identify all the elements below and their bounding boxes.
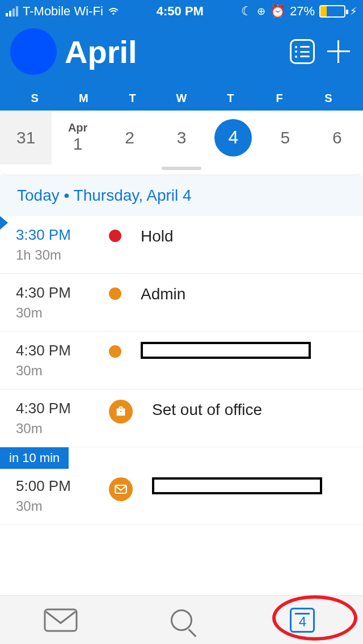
- upcoming-badge: in 10 min: [0, 447, 69, 469]
- event-time: 4:30 PM: [16, 400, 90, 417]
- weekday: W: [157, 92, 206, 105]
- event-duration: 30m: [16, 305, 90, 321]
- date-number: 4: [228, 127, 238, 148]
- calendar-icon: 4: [290, 608, 315, 633]
- event-time: 4:30 PM: [16, 284, 90, 302]
- category-dot-icon: [109, 345, 121, 358]
- nav-search[interactable]: [121, 596, 242, 644]
- search-icon: [171, 609, 192, 631]
- moon-icon: ☾: [241, 4, 252, 19]
- event-duration: 1h 30m: [16, 247, 90, 263]
- calendar-icon-day: 4: [299, 614, 306, 630]
- date-month-label: Apr: [68, 121, 87, 134]
- bottom-nav: 4: [0, 595, 363, 644]
- date-cell[interactable]: 3: [155, 111, 207, 164]
- event-duration: 30m: [16, 498, 90, 514]
- category-dot-icon: [109, 230, 121, 242]
- weekday: S: [304, 92, 353, 105]
- date-cell[interactable]: 5: [259, 111, 311, 164]
- briefcase-icon: [109, 400, 133, 423]
- status-bar: T-Mobile Wi-Fi 4:50 PM ☾ ⊕ ⏰ 27% ⚡︎: [0, 0, 363, 23]
- weekday: S: [10, 92, 59, 105]
- nav-mail[interactable]: [0, 596, 121, 644]
- list-view-icon: [290, 39, 315, 64]
- mail-icon: [44, 608, 78, 632]
- drag-handle[interactable]: [162, 167, 201, 170]
- date-cell[interactable]: 6: [311, 111, 363, 164]
- date-number: 5: [280, 128, 290, 147]
- avatar[interactable]: [10, 28, 57, 75]
- event-title: Hold: [141, 227, 174, 245]
- lock-rotation-icon: ⊕: [257, 5, 265, 18]
- status-time: 4:50 PM: [157, 4, 204, 19]
- event-title-redacted: [141, 342, 311, 359]
- date-cell[interactable]: Apr1: [52, 111, 103, 164]
- weekday: M: [59, 92, 108, 105]
- event-title: Admin: [141, 285, 185, 303]
- wifi-icon: [108, 7, 119, 15]
- mail-icon: [109, 477, 133, 501]
- event-row[interactable]: in 10 min 5:00 PM 30m: [0, 467, 363, 525]
- date-number: 6: [332, 128, 342, 147]
- charging-icon: ⚡︎: [350, 5, 357, 18]
- add-event-button[interactable]: [324, 37, 353, 66]
- alarm-icon: ⏰: [270, 4, 285, 19]
- plus-icon: [327, 40, 350, 63]
- date-cell[interactable]: 31: [0, 111, 52, 164]
- category-dot-icon: [109, 287, 121, 300]
- event-duration: 30m: [16, 363, 90, 379]
- event-row[interactable]: 4:30 PM 30m Set out of office: [0, 389, 363, 447]
- date-cell[interactable]: 2: [104, 111, 155, 164]
- weekday: T: [206, 92, 255, 105]
- event-time: 4:30 PM: [16, 342, 90, 359]
- weekday: F: [255, 92, 303, 105]
- date-number: 2: [125, 128, 134, 147]
- carrier-label: T-Mobile Wi-Fi: [23, 4, 103, 19]
- day-header: Today • Thursday, April 4: [0, 175, 363, 216]
- battery-percent: 27%: [290, 4, 315, 19]
- event-list[interactable]: 3:30 PM 1h 30m Hold 4:30 PM 30m Admin 4:…: [0, 216, 363, 525]
- week-strip[interactable]: 31 Apr1 2 3 4 5 6: [0, 111, 363, 175]
- date-cell-selected[interactable]: 4: [208, 111, 259, 164]
- cellular-signal-icon: [6, 6, 18, 16]
- event-row[interactable]: 4:30 PM 30m: [0, 332, 363, 389]
- date-number: 31: [16, 128, 35, 147]
- weekday: T: [108, 92, 157, 105]
- month-label[interactable]: April: [65, 33, 280, 70]
- date-number: 3: [177, 128, 187, 147]
- current-time-marker-icon: [0, 216, 8, 230]
- calendar-header: April S M T W T F S: [0, 23, 363, 111]
- event-row[interactable]: 3:30 PM 1h 30m Hold: [0, 216, 363, 274]
- date-number: 1: [73, 134, 83, 154]
- event-row[interactable]: 4:30 PM 30m Admin: [0, 274, 363, 332]
- battery-icon: [319, 5, 345, 18]
- nav-calendar[interactable]: 4: [242, 596, 363, 644]
- svg-rect-1: [45, 609, 77, 631]
- event-title: Set out of office: [152, 401, 262, 419]
- event-time: 3:30 PM: [16, 226, 90, 244]
- weekday-header: S M T W T F S: [10, 92, 353, 111]
- event-duration: 30m: [16, 421, 90, 437]
- event-time: 5:00 PM: [16, 477, 90, 495]
- event-title-redacted: [152, 477, 322, 494]
- view-mode-button[interactable]: [288, 37, 316, 66]
